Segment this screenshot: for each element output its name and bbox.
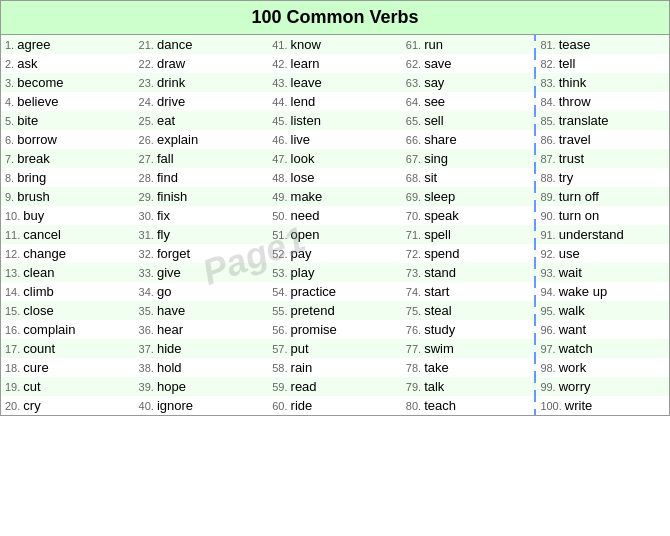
verb-number: 7. — [5, 153, 17, 165]
verb-number: 79. — [406, 381, 424, 393]
verb-word: share — [424, 132, 457, 147]
verb-word: run — [424, 37, 443, 52]
verb-number: 48. — [272, 172, 290, 184]
table-cell: 64. see — [402, 92, 536, 111]
verb-word: live — [291, 132, 311, 147]
verb-number: 73. — [406, 267, 424, 279]
verb-word: sing — [424, 151, 448, 166]
table-cell: 13. clean — [1, 263, 135, 282]
verb-number: 23. — [139, 77, 157, 89]
verb-number: 9. — [5, 191, 17, 203]
verb-number: 36. — [139, 324, 157, 336]
table-cell: 84. throw — [535, 92, 669, 111]
table-cell: 3. become — [1, 73, 135, 92]
verb-number: 41. — [272, 39, 290, 51]
table-cell: 99. worry — [535, 377, 669, 396]
verb-number: 95. — [540, 305, 558, 317]
verb-number: 81. — [540, 39, 558, 51]
verb-word: clean — [23, 265, 54, 280]
verb-number: 47. — [272, 153, 290, 165]
verb-word: walk — [559, 303, 585, 318]
verb-number: 62. — [406, 58, 424, 70]
table-cell: 40. ignore — [135, 396, 269, 415]
table-cell: 89. turn off — [535, 187, 669, 206]
verb-number: 51. — [272, 229, 290, 241]
verb-number: 26. — [139, 134, 157, 146]
verb-number: 83. — [540, 77, 558, 89]
table-cell: 61. run — [402, 35, 536, 54]
table-cell: 80. teach — [402, 396, 536, 415]
verb-word: turn off — [559, 189, 599, 204]
table-cell: 79. talk — [402, 377, 536, 396]
table-cell: 24. drive — [135, 92, 269, 111]
verb-word: watch — [559, 341, 593, 356]
verb-word: count — [23, 341, 55, 356]
verb-word: think — [559, 75, 586, 90]
table-cell: 60. ride — [268, 396, 402, 415]
table-cell: 34. go — [135, 282, 269, 301]
verb-word: ask — [17, 56, 37, 71]
table-cell: 15. close — [1, 301, 135, 320]
verb-number: 59. — [272, 381, 290, 393]
table-cell: 100. write — [535, 396, 669, 415]
table-cell: 38. hold — [135, 358, 269, 377]
verb-word: explain — [157, 132, 198, 147]
verb-word: learn — [291, 56, 320, 71]
table-cell: 53. play — [268, 263, 402, 282]
verb-word: talk — [424, 379, 444, 394]
page-title: 100 Common Verbs — [251, 7, 418, 27]
verb-number: 75. — [406, 305, 424, 317]
table-cell: 46. live — [268, 130, 402, 149]
verb-number: 63. — [406, 77, 424, 89]
verb-word: understand — [559, 227, 624, 242]
table-cell: 1. agree — [1, 35, 135, 54]
verb-word: fly — [157, 227, 170, 242]
verb-number: 66. — [406, 134, 424, 146]
table-cell: 17. count — [1, 339, 135, 358]
table-cell: 43. leave — [268, 73, 402, 92]
verb-word: close — [23, 303, 53, 318]
verb-word: tell — [559, 56, 576, 71]
verb-number: 98. — [540, 362, 558, 374]
table-cell: 30. fix — [135, 206, 269, 225]
table-cell: 8. bring — [1, 168, 135, 187]
verb-number: 70. — [406, 210, 424, 222]
verb-word: drive — [157, 94, 185, 109]
table-cell: 27. fall — [135, 149, 269, 168]
verb-number: 16. — [5, 324, 23, 336]
table-cell: 4. believe — [1, 92, 135, 111]
table-cell: 7. break — [1, 149, 135, 168]
verb-number: 14. — [5, 286, 23, 298]
verb-word: sit — [424, 170, 437, 185]
verb-number: 8. — [5, 172, 17, 184]
table-cell: 70. speak — [402, 206, 536, 225]
verb-word: speak — [424, 208, 459, 223]
verb-word: brush — [17, 189, 50, 204]
verb-number: 91. — [540, 229, 558, 241]
verb-number: 57. — [272, 343, 290, 355]
verb-number: 34. — [139, 286, 157, 298]
verb-word: wait — [559, 265, 582, 280]
table-cell: 9. brush — [1, 187, 135, 206]
verb-number: 42. — [272, 58, 290, 70]
verb-number: 46. — [272, 134, 290, 146]
verb-word: practice — [291, 284, 337, 299]
verb-word: sleep — [424, 189, 455, 204]
verb-number: 94. — [540, 286, 558, 298]
table-cell: 56. promise — [268, 320, 402, 339]
verb-word: eat — [157, 113, 175, 128]
verb-word: use — [559, 246, 580, 261]
verb-number: 19. — [5, 381, 23, 393]
table-cell: 29. finish — [135, 187, 269, 206]
verb-word: give — [157, 265, 181, 280]
verb-number: 87. — [540, 153, 558, 165]
table-cell: 97. watch — [535, 339, 669, 358]
verb-word: ride — [291, 398, 313, 413]
verb-number: 31. — [139, 229, 157, 241]
table-cell: 74. start — [402, 282, 536, 301]
verb-word: look — [291, 151, 315, 166]
verb-word: pay — [291, 246, 312, 261]
table-cell: 94. wake up — [535, 282, 669, 301]
verb-number: 39. — [139, 381, 157, 393]
verb-number: 49. — [272, 191, 290, 203]
